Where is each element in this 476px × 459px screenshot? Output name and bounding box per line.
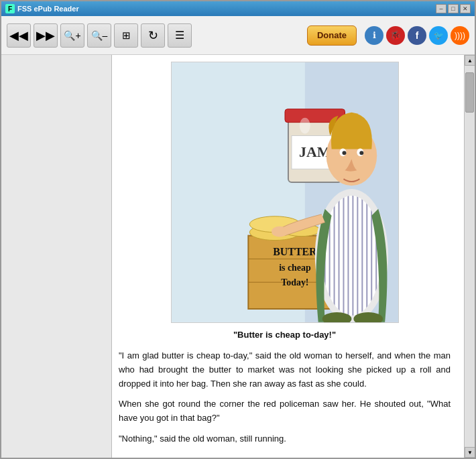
svg-point-37 [359,151,363,155]
rss-button[interactable]: )))) [451,26,469,45]
toolbar-right-icons: ℹ 🐞 f 🐦 )))) [365,26,469,45]
illustration-container: JAM BUTTER is cheap Today! [119,62,451,323]
svg-point-36 [342,151,346,155]
twitter-icon: 🐦 [434,31,444,40]
rss-icon: )))) [455,31,465,40]
svg-point-38 [272,226,288,237]
refresh-button[interactable]: ↻ [141,23,165,48]
svg-text:JAM: JAM [299,144,331,160]
twitter-button[interactable]: 🐦 [429,26,448,45]
illustration: JAM BUTTER is cheap Today! [171,62,399,323]
paragraph-3: "Nothing," said the old woman, still run… [119,432,451,446]
toc-button[interactable]: ☰ [168,23,192,48]
illustration-svg: JAM BUTTER is cheap Today! [172,62,398,323]
fit-icon: ⊞ [122,29,131,42]
svg-point-6 [299,118,310,134]
illustration-caption: "Butter is cheap to-day!" [119,330,451,340]
donate-button[interactable]: Donate [307,25,357,46]
maximize-button[interactable]: □ [448,4,459,13]
info-button[interactable]: ℹ [365,26,383,45]
fit-button[interactable]: ⊞ [114,23,138,48]
sidebar [1,55,112,458]
main-window: F FSS ePub Reader – □ ✕ ◀◀ ▶▶ 🔍+ 🔍– ⊞ ↻ [0,0,476,459]
close-button[interactable]: ✕ [460,4,471,13]
main-area: JAM BUTTER is cheap Today! [1,55,475,458]
minimize-button[interactable]: – [436,4,447,13]
bug-button[interactable]: 🐞 [386,26,405,45]
app-icon: F [5,4,15,13]
window-title: FSS ePub Reader [17,5,79,13]
facebook-icon: f [416,30,419,41]
zoom-in-button[interactable]: 🔍+ [60,23,84,48]
scroll-track[interactable] [465,66,475,447]
svg-text:Today!: Today! [281,277,308,287]
zoom-out-icon: 🔍– [91,30,108,41]
scrollbar[interactable]: ▲ ▼ [464,55,475,458]
refresh-icon: ↻ [148,28,158,43]
text-content: "I am glad butter is cheap to-day," said… [119,349,451,446]
title-buttons: – □ ✕ [436,4,471,13]
forward-button[interactable]: ▶▶ [34,23,58,48]
toc-icon: ☰ [175,29,184,42]
title-bar-left: F FSS ePub Reader [5,4,79,13]
back-button[interactable]: ◀◀ [7,23,31,48]
svg-text:BUTTER: BUTTER [273,246,317,257]
scroll-thumb[interactable] [465,72,474,113]
bug-icon: 🐞 [390,30,401,40]
facebook-button[interactable]: f [408,26,426,45]
title-bar: F FSS ePub Reader – □ ✕ [1,1,475,16]
zoom-out-button[interactable]: 🔍– [87,23,111,48]
scroll-up-button[interactable]: ▲ [465,55,475,66]
page-content: JAM BUTTER is cheap Today! [112,55,464,458]
info-icon: ℹ [373,30,376,40]
scroll-down-button[interactable]: ▼ [465,447,475,458]
zoom-in-icon: 🔍+ [64,30,80,41]
paragraph-1: "I am glad butter is cheap to-day," said… [119,349,451,391]
svg-text:is cheap: is cheap [279,263,311,273]
toolbar: ◀◀ ▶▶ 🔍+ 🔍– ⊞ ↻ ☰ Donate ℹ 🐞 [1,16,475,55]
content-area: JAM BUTTER is cheap Today! [112,55,475,458]
back-icon: ◀◀ [9,28,28,43]
forward-icon: ▶▶ [36,28,55,43]
paragraph-2: When she got round the corner the red po… [119,397,451,425]
